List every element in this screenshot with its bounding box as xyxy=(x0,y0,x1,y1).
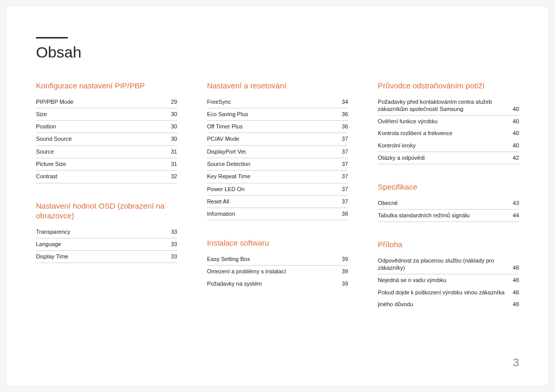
toc-entry-page: 38 xyxy=(338,210,348,217)
toc-entry[interactable]: Kontrola rozlišení a frekvence40 xyxy=(378,127,519,139)
toc-entry-label: Source xyxy=(36,148,167,155)
toc-entry-label: Display Time xyxy=(36,253,167,260)
toc-entry[interactable]: jiného důvodu48 xyxy=(378,298,519,310)
toc-entry-page: 39 xyxy=(338,255,348,263)
toc-entry[interactable]: Ověření funkce výrobku40 xyxy=(378,116,519,127)
toc-entry-label: jiného důvodu xyxy=(378,301,509,308)
toc-entry-page: 48 xyxy=(509,264,519,271)
toc-entry[interactable]: Key Repeat Time37 xyxy=(207,171,348,183)
toc-entry[interactable]: Obecné43 xyxy=(378,197,519,210)
toc-section-heading[interactable]: Příloha xyxy=(378,239,519,253)
toc-entry-label: Transparency xyxy=(36,228,167,235)
toc-entry[interactable]: Reset All37 xyxy=(207,196,348,208)
toc-entry[interactable]: Size30 xyxy=(36,108,177,121)
toc-entry-label: Sound Source xyxy=(36,135,167,142)
toc-section-heading[interactable]: Specifikace xyxy=(378,182,519,195)
toc-section-heading[interactable]: Nastavení a resetování xyxy=(207,81,348,94)
toc-column-1: Konfigurace nastavení PIP/PBPPIP/PBP Mod… xyxy=(36,81,177,328)
toc-entry-label: Omezení a problémy s instalací xyxy=(207,268,338,275)
toc-entry-label: Kontrolní kroky xyxy=(378,142,509,149)
toc-entry[interactable]: Display Time33 xyxy=(36,251,177,263)
toc-column-3: Průvodce odstraňováním potížíPožadavky p… xyxy=(378,81,519,328)
toc-entry-label: Off Timer Plus xyxy=(207,123,338,130)
toc-entry[interactable]: Odpovědnost za placenou službu (náklady … xyxy=(378,255,519,275)
toc-entry-label: Reset All xyxy=(207,198,338,205)
page: Obsah Konfigurace nastavení PIP/PBPPIP/P… xyxy=(7,7,548,385)
toc-entry[interactable]: Kontrolní kroky40 xyxy=(378,140,519,152)
toc-entry-page: 48 xyxy=(509,276,519,284)
toc-entry-label: Tabulka standardních režimů signálu xyxy=(378,212,509,219)
toc-section-heading[interactable]: Instalace softwaru xyxy=(207,238,348,251)
toc-entry[interactable]: Požadavky před kontaktováním centra služ… xyxy=(378,96,519,116)
toc-entry-page: 37 xyxy=(338,198,348,205)
toc-entry-label: Kontrola rozlišení a frekvence xyxy=(378,129,509,137)
toc-entry-label: PIP/PBP Mode xyxy=(36,98,167,105)
toc-entry-page: 39 xyxy=(338,268,348,275)
toc-entry[interactable]: PIP/PBP Mode29 xyxy=(36,96,177,108)
toc-entry-page: 42 xyxy=(509,154,519,161)
toc-section: Nastavení a resetováníFreeSync34Eco Savi… xyxy=(207,81,348,220)
toc-section-heading[interactable]: Konfigurace nastavení PIP/PBP xyxy=(36,81,177,94)
toc-entry-page: 36 xyxy=(338,110,348,118)
toc-entry-page: 30 xyxy=(167,135,177,142)
toc-entry-label: Contrast xyxy=(36,173,167,180)
toc-entry-label: Key Repeat Time xyxy=(207,173,338,180)
toc-entry[interactable]: Otázky a odpovědi42 xyxy=(378,152,519,164)
toc-entry-page: 30 xyxy=(167,110,177,118)
toc-entry-page: 44 xyxy=(509,212,519,219)
toc-entry-label: Otázky a odpovědi xyxy=(378,154,509,161)
toc-entry[interactable]: Transparency33 xyxy=(36,226,177,238)
toc-entry[interactable]: Language33 xyxy=(36,238,177,251)
toc-entry-page: 33 xyxy=(167,228,177,235)
toc-entry-page: 37 xyxy=(338,135,348,142)
toc-entry-page: 37 xyxy=(338,148,348,155)
toc-entry-label: Information xyxy=(207,210,338,217)
toc-entry-label: Language xyxy=(36,240,167,248)
toc-section: Průvodce odstraňováním potížíPožadavky p… xyxy=(378,81,519,164)
toc-entry[interactable]: Contrast32 xyxy=(36,171,177,183)
toc-entry-page: 43 xyxy=(509,199,519,207)
toc-section: PřílohaOdpovědnost za placenou službu (n… xyxy=(378,239,519,310)
title-accent-bar xyxy=(36,37,68,39)
toc-entry[interactable]: Information38 xyxy=(207,208,348,220)
toc-entry-page: 34 xyxy=(338,98,348,105)
toc-section: SpecifikaceObecné43Tabulka standardních … xyxy=(378,182,519,222)
toc-entry-label: Picture Size xyxy=(36,160,167,167)
toc-entry-page: 40 xyxy=(509,129,519,137)
toc-entry-page: 31 xyxy=(167,160,177,167)
toc-entry[interactable]: Source Detection37 xyxy=(207,158,348,171)
toc-section-heading[interactable]: Nastavení hodnot OSD (zobrazení na obraz… xyxy=(36,201,177,224)
toc-entry-page: 37 xyxy=(338,185,348,193)
toc-entry[interactable]: Source31 xyxy=(36,146,177,158)
toc-entry[interactable]: FreeSync34 xyxy=(207,96,348,108)
toc-entry-page: 39 xyxy=(338,280,348,287)
toc-entry[interactable]: Picture Size31 xyxy=(36,158,177,171)
toc-section: Nastavení hodnot OSD (zobrazení na obraz… xyxy=(36,201,177,264)
toc-entry-page: 30 xyxy=(167,123,177,130)
toc-entry-label: Obecné xyxy=(378,199,509,207)
toc-entry-label: Easy Setting Box xyxy=(207,255,338,263)
toc-entry[interactable]: Off Timer Plus36 xyxy=(207,121,348,133)
toc-entry-page: 40 xyxy=(509,118,519,125)
toc-entry[interactable]: Position30 xyxy=(36,121,177,133)
toc-entry-label: Ověření funkce výrobku xyxy=(378,118,509,125)
toc-entry[interactable]: Omezení a problémy s instalací39 xyxy=(207,266,348,277)
toc-entry[interactable]: Eco Saving Plus36 xyxy=(207,108,348,121)
toc-entry-label: Nejedná se o vadu výrobku xyxy=(378,276,509,284)
toc-entry[interactable]: Požadavky na systém39 xyxy=(207,278,348,290)
toc-section-heading[interactable]: Průvodce odstraňováním potíží xyxy=(378,81,519,94)
toc-entry-page: 48 xyxy=(509,289,519,296)
toc-entry[interactable]: DisplayPort Ver.37 xyxy=(207,146,348,158)
toc-entry[interactable]: Pokud dojde k poškození výrobku vinou zá… xyxy=(378,287,519,298)
toc-entry-label: Eco Saving Plus xyxy=(207,110,338,118)
toc-entry[interactable]: Tabulka standardních režimů signálu44 xyxy=(378,210,519,222)
toc-entry[interactable]: Sound Source30 xyxy=(36,133,177,145)
toc-entry-label: Position xyxy=(36,123,167,130)
toc-entry[interactable]: Nejedná se o vadu výrobku48 xyxy=(378,274,519,286)
toc-entry[interactable]: Power LED On37 xyxy=(207,183,348,196)
toc-entry[interactable]: Easy Setting Box39 xyxy=(207,253,348,266)
toc-entry[interactable]: PC/AV Mode37 xyxy=(207,133,348,145)
toc-section: Konfigurace nastavení PIP/PBPPIP/PBP Mod… xyxy=(36,81,177,183)
toc-entry-label: Size xyxy=(36,110,167,118)
toc-entry-page: 37 xyxy=(338,160,348,167)
